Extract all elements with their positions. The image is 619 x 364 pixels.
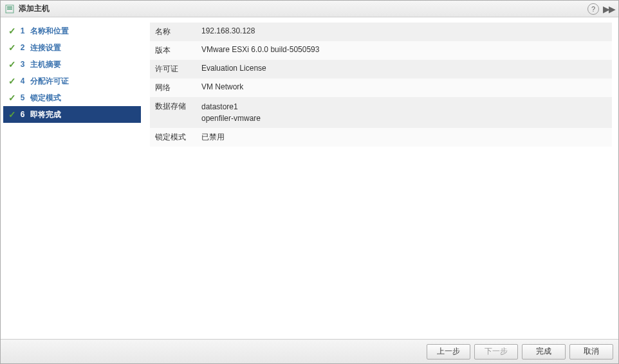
check-icon: ✓: [7, 42, 17, 53]
main-area: ✓ 1 名称和位置 ✓ 2 连接设置 ✓ 3 主机摘要 ✓ 4 分配许可证 ✓: [1, 17, 618, 339]
step-number: 1: [17, 26, 28, 35]
step-number: 3: [17, 60, 28, 69]
summary-value: 192.168.30.128: [196, 23, 612, 41]
step-label: 锁定模式: [30, 93, 61, 104]
step-ready-complete[interactable]: ✓ 6 即将完成: [3, 106, 141, 123]
wizard-steps: ✓ 1 名称和位置 ✓ 2 连接设置 ✓ 3 主机摘要 ✓ 4 分配许可证 ✓: [1, 17, 143, 339]
datastore-item: openfiler-vmware: [201, 113, 607, 124]
content-panel: 名称 192.168.30.128 版本 VMware ESXi 6.0.0 b…: [143, 17, 618, 339]
host-icon: [5, 4, 15, 14]
summary-label: 许可证: [150, 60, 196, 78]
step-number: 6: [17, 110, 28, 119]
step-connection-settings[interactable]: ✓ 2 连接设置: [3, 39, 141, 56]
step-number: 2: [17, 43, 28, 52]
check-icon: ✓: [7, 93, 17, 103]
step-label: 分配许可证: [30, 76, 69, 87]
summary-row-datastore: 数据存储 datastore1 openfiler-vmware: [150, 97, 612, 128]
step-assign-license[interactable]: ✓ 4 分配许可证: [3, 73, 141, 89]
check-icon: ✓: [7, 26, 17, 36]
next-button: 下一步: [474, 344, 518, 359]
add-host-wizard: 添加主机 ? ▶▶ ✓ 1 名称和位置 ✓ 2 连接设置 ✓ 3 主机摘要 ✓ …: [0, 0, 619, 364]
summary-value: 已禁用: [196, 128, 612, 147]
finish-button[interactable]: 完成: [522, 344, 566, 359]
summary-value: VM Network: [196, 78, 612, 97]
summary-table: 名称 192.168.30.128 版本 VMware ESXi 6.0.0 b…: [150, 23, 612, 147]
summary-label: 网络: [150, 78, 196, 97]
dialog-title: 添加主机: [19, 3, 587, 14]
check-icon: ✓: [7, 59, 17, 69]
summary-value: Evaluation License: [196, 60, 612, 78]
step-label: 名称和位置: [30, 26, 69, 37]
summary-value: VMware ESXi 6.0.0 build-5050593: [196, 41, 612, 60]
step-lockdown-mode[interactable]: ✓ 5 锁定模式: [3, 89, 141, 106]
summary-label: 锁定模式: [150, 128, 196, 147]
svg-rect-1: [7, 6, 12, 8]
step-label: 主机摘要: [30, 59, 61, 70]
step-label: 连接设置: [30, 42, 61, 53]
datastore-item: datastore1: [201, 101, 607, 113]
check-icon: ✓: [7, 109, 17, 120]
summary-row-network: 网络 VM Network: [150, 78, 612, 97]
summary-label: 数据存储: [150, 97, 196, 128]
summary-row-license: 许可证 Evaluation License: [150, 60, 612, 78]
help-icon[interactable]: ?: [587, 3, 599, 15]
step-host-summary[interactable]: ✓ 3 主机摘要: [3, 56, 141, 73]
summary-row-lockdown: 锁定模式 已禁用: [150, 128, 612, 147]
button-bar: 上一步 下一步 完成 取消: [1, 339, 618, 363]
check-icon: ✓: [7, 76, 17, 86]
step-name-location[interactable]: ✓ 1 名称和位置: [3, 23, 141, 39]
summary-row-name: 名称 192.168.30.128: [150, 23, 612, 41]
summary-label: 名称: [150, 23, 196, 41]
svg-rect-2: [7, 8, 12, 10]
summary-row-version: 版本 VMware ESXi 6.0.0 build-5050593: [150, 41, 612, 60]
back-button[interactable]: 上一步: [427, 344, 470, 359]
titlebar: 添加主机 ? ▶▶: [1, 1, 618, 17]
summary-value: datastore1 openfiler-vmware: [196, 97, 612, 128]
step-number: 4: [17, 77, 28, 86]
step-number: 5: [17, 93, 28, 102]
forward-icon[interactable]: ▶▶: [603, 4, 614, 14]
step-label: 即将完成: [30, 109, 61, 120]
summary-label: 版本: [150, 41, 196, 60]
cancel-button[interactable]: 取消: [569, 344, 613, 359]
